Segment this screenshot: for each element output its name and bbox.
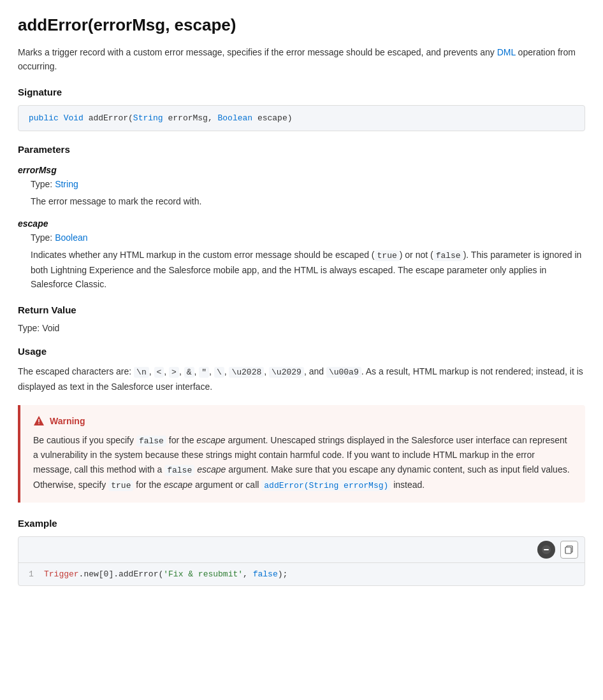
- signature-code: public Void addError(String errorMsg, Bo…: [18, 105, 585, 131]
- escape-type-link[interactable]: Boolean: [55, 232, 87, 243]
- svg-rect-2: [544, 549, 549, 550]
- errormsg-type-link[interactable]: String: [55, 179, 78, 189]
- warning-triangle-icon: [33, 415, 45, 427]
- param-escape-name: escape: [18, 218, 585, 229]
- usage-text: The escaped characters are: \n, <, >, &,…: [18, 364, 585, 395]
- parameters-heading: Parameters: [18, 144, 585, 155]
- warning-title: Warning: [50, 416, 85, 426]
- dml-link[interactable]: DML: [497, 47, 516, 57]
- minus-circle-icon: [542, 545, 551, 554]
- copy-icon: [565, 545, 574, 554]
- return-type-value: Type: Void: [18, 323, 585, 333]
- example-code-box: 1 Trigger.new[0].addError('Fix & resubmi…: [18, 536, 585, 586]
- example-toolbar: [18, 537, 585, 563]
- param-escape-desc: Indicates whether any HTML markup in the…: [31, 248, 585, 292]
- return-value-heading: Return Value: [18, 304, 585, 315]
- add-error-overload-link[interactable]: addError(String errorMsg): [261, 480, 391, 490]
- example-heading: Example: [18, 518, 585, 529]
- svg-rect-4: [565, 547, 571, 554]
- warning-header: Warning: [33, 415, 572, 427]
- usage-heading: Usage: [18, 346, 585, 357]
- collapse-button[interactable]: [537, 541, 555, 559]
- page-title: addError(errorMsg, escape): [18, 15, 585, 35]
- line-code-1: Trigger.new[0].addError('Fix & resubmit'…: [44, 569, 287, 579]
- param-escape-type: Type: Boolean: [31, 232, 585, 243]
- warning-body: Be cautious if you specify false for the…: [33, 433, 572, 493]
- line-number-1: 1: [29, 569, 44, 579]
- code-line-1: 1 Trigger.new[0].addError('Fix & resubmi…: [18, 563, 585, 585]
- copy-button[interactable]: [560, 541, 578, 559]
- svg-point-0: [38, 423, 40, 424]
- warning-box: Warning Be cautious if you specify false…: [18, 405, 585, 503]
- param-errormsg-type: Type: String: [31, 179, 585, 189]
- signature-heading: Signature: [18, 87, 585, 97]
- param-errormsg-name: errorMsg: [18, 165, 585, 175]
- param-errormsg-desc: The error message to mark the record wit…: [31, 194, 585, 208]
- page-description: Marks a trigger record with a custom err…: [18, 45, 585, 74]
